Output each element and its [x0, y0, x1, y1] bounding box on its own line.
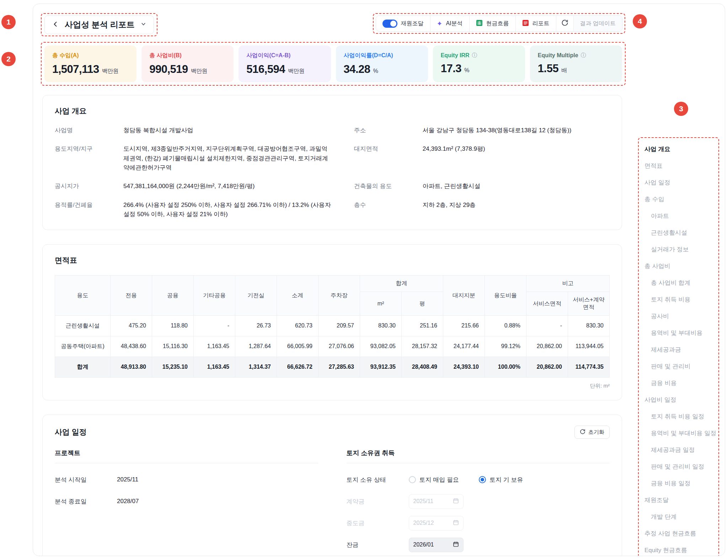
kpi-label: 총 수입(A) [52, 52, 129, 59]
balance-date-input[interactable]: 2026/01 [409, 538, 464, 552]
kpi-unit: 백만원 [102, 68, 119, 74]
table-cell: 475.20 [111, 315, 152, 336]
content-row: 총 수입(A)1,507,113 백만원총 사업비(B)990,519 백만원사… [41, 42, 719, 556]
back-icon[interactable] [52, 21, 59, 29]
area-table-row: 공동주택(아파트)48,438.6015,116.301,163.451,287… [55, 336, 610, 357]
overview-grid: 사업명청담동 복합시설 개발사업주소서울 강남구 청담동 134-38(영동대로… [55, 126, 610, 219]
col-header-other-common: 기타공용 [194, 276, 235, 315]
table-cell: 118.80 [152, 315, 194, 336]
balance-row: 잔금 2026/01 [347, 538, 610, 552]
toggle-knob [390, 21, 396, 27]
overview-value: 지하 2층, 지상 29층 [423, 201, 610, 210]
sidebar-item[interactable]: 판매 및 관리비 [644, 358, 713, 375]
reset-button[interactable]: 초기화 [574, 426, 610, 439]
info-icon[interactable]: ⓘ [472, 52, 477, 59]
col-header-common: 공용 [152, 276, 194, 315]
page-title: 사업성 분석 리포트 [65, 19, 135, 30]
col-header-note: 비고 [526, 276, 610, 292]
sidebar-item[interactable]: Equity 현금흐름 [644, 542, 713, 556]
ai-analysis-button[interactable]: ✦ AI분석 [430, 16, 470, 31]
sidebar-item[interactable]: 금융 비용 일정 [644, 475, 713, 492]
table-cell: 1,163.45 [194, 336, 235, 357]
funding-toggle-item[interactable]: 재원조달 [376, 16, 430, 31]
info-icon[interactable]: ⓘ [581, 52, 586, 59]
radio-land-purchase[interactable]: 토지 매입 필요 [409, 476, 459, 484]
sidebar-item[interactable]: 아파트 [644, 208, 713, 224]
kpi-value: 1,507,113 백만원 [52, 63, 129, 76]
table-cell: 830.30 [360, 315, 402, 336]
funding-toggle[interactable] [382, 20, 397, 28]
right-rail: 사업 개요면적표사업 일정총 수입아파트근린생활시설실거래가 정보총 사업비총 … [626, 42, 719, 556]
refresh-button[interactable] [556, 16, 574, 31]
sidebar-item[interactable]: 사업 일정 [644, 174, 713, 191]
balance-date-value: 2026/01 [413, 542, 434, 548]
kpi-value: 990,519 백만원 [149, 63, 226, 76]
sidebar-item[interactable]: 실거래가 정보 [644, 241, 713, 258]
overview-value: 서울 강남구 청담동 134-38(영동대로138길 12 (청담동)) [423, 126, 610, 135]
sidebar-item[interactable]: 개발 단계 [644, 508, 713, 525]
sidebar-item[interactable]: 판매 및 관리비 일정 [644, 458, 713, 475]
col-header-usage: 용도 [55, 276, 111, 315]
analysis-end-row: 분석 종료일 2028/07 [55, 494, 318, 509]
kpi-value: 1.55 배 [538, 62, 614, 75]
interim-date-input[interactable]: 2025/12 [409, 516, 464, 530]
sidebar-item[interactable]: 제세공과금 일정 [644, 442, 713, 458]
analysis-start-label: 분석 시작일 [55, 476, 117, 484]
kpi-label: 사업이익(C=A-B) [246, 52, 323, 59]
update-results-button[interactable]: 결과 업데이트 [574, 16, 622, 31]
overview-label: 용적률/건폐율 [55, 201, 113, 210]
annotation-box-1: 사업성 분석 리포트 [41, 13, 157, 36]
kpi-value: 516,594 백만원 [246, 63, 323, 76]
sidebar-item[interactable]: 용역비 및 부대비용 [644, 325, 713, 341]
radio-land-owned[interactable]: 토지 기 보유 [479, 476, 523, 484]
sidebar-item[interactable]: 사업 개요 [644, 141, 713, 158]
analysis-start-value: 2025/11 [117, 476, 138, 483]
table-cell: 15,116.30 [152, 336, 194, 357]
deposit-date-input[interactable]: 2025/11 [409, 494, 464, 509]
table-cell: 48,913.80 [111, 357, 152, 377]
col-header-total-py: 평 [402, 292, 443, 316]
update-results-label: 결과 업데이트 [580, 20, 616, 27]
sidebar-item[interactable]: 토지 취득 비용 일정 [644, 408, 713, 425]
reset-label: 초기화 [588, 429, 604, 436]
calendar-icon [453, 519, 459, 527]
schedule-card: 사업 일정 초기화 프로젝트 분석 시작일 2025/11 [42, 415, 622, 556]
table-cell: 48,438.60 [111, 336, 152, 357]
sidebar-item[interactable]: 총 수입 [644, 191, 713, 208]
kpi-label: Equity IRRⓘ [441, 52, 517, 59]
col-header-service-area: 서비스면적 [526, 292, 568, 316]
analysis-start-row: 분석 시작일 2025/11 [55, 473, 318, 487]
table-cell: 15,235.10 [152, 357, 194, 377]
overview-card: 사업 개요 사업명청담동 복합시설 개발사업주소서울 강남구 청담동 134-3… [42, 95, 622, 230]
sidebar-item[interactable]: 면적표 [644, 158, 713, 174]
section-nav: 사업 개요면적표사업 일정총 수입아파트근린생활시설실거래가 정보총 사업비총 … [644, 141, 713, 556]
sidebar-item[interactable]: 재원조달 [644, 492, 713, 508]
sidebar-item[interactable]: 용역비 및 부대비용 일정 [644, 425, 713, 442]
kpi-unit: % [373, 68, 378, 74]
sidebar-item[interactable]: 추정 사업 현금흐름 [644, 525, 713, 542]
sidebar-item[interactable]: 금융 비용 [644, 375, 713, 391]
cashflow-button[interactable]: 현금흐름 [470, 16, 516, 31]
sidebar-item[interactable]: 총 사업비 합계 [644, 274, 713, 291]
sidebar-item[interactable]: 제세공과금 [644, 341, 713, 358]
sidebar-item[interactable]: 토지 취득 비용 [644, 291, 713, 308]
table-cell: 1,287.64 [235, 336, 277, 357]
kpi-label: 총 사업비(B) [149, 52, 226, 59]
refresh-icon [561, 19, 568, 28]
sidebar-item[interactable]: 근린생활시설 [644, 224, 713, 241]
deposit-row: 계약금 2025/11 [347, 494, 610, 509]
kpi-unit: 백만원 [288, 68, 305, 74]
spreadsheet-icon [476, 20, 483, 28]
sidebar-item[interactable]: 공사비 [644, 308, 713, 325]
kpi-label: Equity Multipleⓘ [538, 52, 614, 59]
table-cell: 113,944.05 [568, 336, 610, 357]
analysis-end-label: 분석 종료일 [55, 497, 117, 506]
report-label: 리포트 [532, 20, 550, 27]
sidebar-item[interactable]: 총 사업비 [644, 258, 713, 274]
ai-analysis-label: AI분석 [446, 20, 462, 27]
table-cell: - [526, 315, 568, 336]
report-title-selector[interactable]: 사업성 분석 리포트 [44, 15, 154, 34]
overview-label: 주소 [354, 126, 413, 135]
sidebar-item[interactable]: 사업비 일정 [644, 391, 713, 408]
report-button[interactable]: 리포트 [516, 16, 556, 31]
